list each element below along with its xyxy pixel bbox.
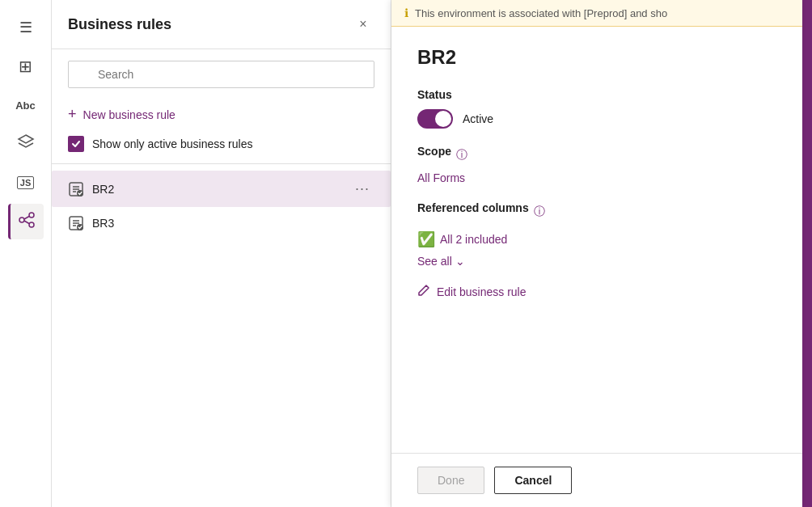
scope-label-row: Scope ⓘ	[417, 145, 776, 166]
business-rules-panel: Business rules × 🔍 + New business rule S…	[52, 0, 391, 507]
scope-section: Scope ⓘ All Forms	[417, 145, 776, 185]
info-banner: ℹ This environment is associated with [P…	[391, 0, 802, 27]
edit-business-rule-button[interactable]: Edit business rule	[417, 284, 527, 299]
plus-icon: +	[68, 106, 77, 123]
search-wrapper: 🔍	[68, 61, 374, 88]
referenced-label-row: Referenced columns ⓘ	[417, 201, 776, 222]
filter-row: Show only active business rules	[52, 129, 391, 163]
done-button: Done	[417, 467, 484, 494]
detail-title: BR2	[417, 46, 776, 69]
status-label: Status	[417, 88, 776, 101]
svg-point-1	[19, 218, 24, 222]
rule-name-br3: BR3	[92, 217, 114, 230]
rule-icon-br3	[68, 215, 84, 231]
status-section: Status Active	[417, 88, 776, 129]
info-banner-icon: ℹ	[404, 6, 408, 19]
toggle-thumb	[435, 111, 451, 127]
cancel-button[interactable]: Cancel	[494, 467, 572, 494]
edit-rule-label: Edit business rule	[437, 285, 527, 298]
check-circle-icon: ✅	[417, 230, 435, 248]
divider	[52, 163, 391, 164]
status-toggle[interactable]	[417, 109, 453, 129]
referenced-label: Referenced columns	[417, 201, 529, 214]
see-all-button[interactable]: See all ⌄	[417, 255, 465, 268]
sidebar-item-dashboard[interactable]: ⊞	[8, 49, 44, 84]
panel-title: Business rules	[68, 16, 171, 33]
sidebar-item-text[interactable]: Abc	[8, 87, 44, 123]
rule-name-br2: BR2	[92, 183, 114, 196]
toggle-row: Active	[417, 109, 776, 129]
search-container: 🔍	[52, 49, 391, 99]
rule-icon-br2	[68, 181, 84, 197]
panel-header: Business rules ×	[52, 0, 391, 49]
pencil-icon	[417, 284, 430, 299]
detail-content: BR2 Status Active Scope ⓘ All Forms Refe…	[391, 27, 802, 453]
new-rule-label: New business rule	[83, 108, 176, 121]
filter-checkbox[interactable]	[68, 136, 84, 152]
close-button[interactable]: ×	[352, 13, 374, 36]
sidebar-item-layers[interactable]	[8, 126, 44, 162]
svg-point-2	[29, 213, 34, 218]
detail-footer: Done Cancel	[391, 453, 802, 507]
new-business-rule-button[interactable]: + New business rule	[52, 99, 391, 129]
scope-info-icon[interactable]: ⓘ	[456, 148, 467, 163]
see-all-label: See all	[417, 255, 452, 268]
svg-line-5	[24, 221, 29, 224]
scope-value: All Forms	[417, 171, 465, 184]
svg-line-4	[24, 216, 29, 219]
sidebar-item-code[interactable]: JS	[8, 165, 44, 201]
referenced-section: Referenced columns ⓘ ✅ All 2 included Se…	[417, 201, 776, 268]
referenced-included: ✅ All 2 included	[417, 230, 776, 248]
chevron-down-icon: ⌄	[455, 255, 465, 268]
layers-icon	[17, 133, 35, 155]
workflow-icon	[18, 211, 36, 233]
svg-point-3	[29, 222, 34, 227]
status-value: Active	[463, 112, 493, 125]
detail-panel: ℹ This environment is associated with [P…	[391, 0, 802, 507]
sidebar-item-hamburger[interactable]: ☰	[8, 10, 44, 45]
info-banner-text: This environment is associated with [Pre…	[415, 7, 667, 19]
rule-item-br3[interactable]: BR3	[52, 207, 391, 239]
scope-label: Scope	[417, 145, 451, 158]
right-edge-bar	[802, 0, 812, 507]
referenced-info-icon[interactable]: ⓘ	[534, 205, 545, 219]
search-input[interactable]	[68, 61, 374, 88]
hamburger-icon: ☰	[19, 19, 32, 36]
svg-marker-0	[19, 135, 33, 143]
referenced-value: All 2 included	[440, 233, 507, 246]
sidebar: ☰ ⊞ Abc JS	[0, 0, 52, 507]
code-icon: JS	[17, 176, 34, 189]
filter-label: Show only active business rules	[92, 137, 252, 150]
sidebar-item-workflow[interactable]	[8, 204, 44, 239]
rule-more-button-br2[interactable]: ···	[350, 179, 374, 199]
rule-item-br2[interactable]: BR2 ···	[52, 171, 391, 207]
dashboard-icon: ⊞	[19, 57, 32, 76]
text-icon: Abc	[15, 99, 36, 112]
rule-list: BR2 ··· BR3	[52, 171, 391, 507]
